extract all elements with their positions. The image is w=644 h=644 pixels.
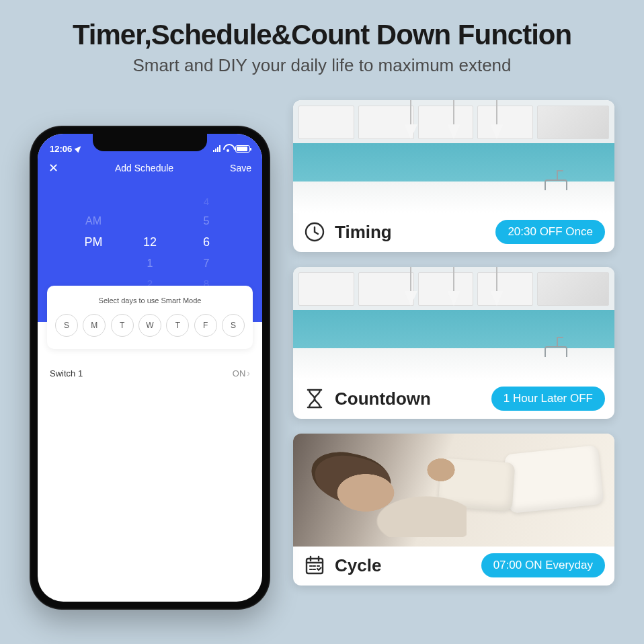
ampm-column[interactable]: AM PM (79, 196, 108, 289)
save-button[interactable]: Save (230, 163, 251, 173)
cards-column: Timing 20:30 OFF Once (293, 100, 614, 586)
phone-screen: 12:06 ✕ Add Schedule Save (38, 134, 262, 602)
days-row: S M T W T F S (55, 314, 245, 337)
picker-hour[interactable]: 12 (143, 235, 157, 249)
nav-title: Add Schedule (115, 163, 173, 173)
status-time: 12:06 (50, 144, 72, 154)
hourglass-icon (303, 388, 327, 409)
day-tue[interactable]: T (111, 314, 134, 337)
days-title: Select days to use Smart Mode (55, 296, 245, 305)
day-mon[interactable]: M (83, 314, 106, 337)
content-row: 12:06 ✕ Add Schedule Save (0, 76, 644, 610)
countdown-image (293, 267, 614, 380)
picker-min-prev[interactable]: 5 (204, 215, 210, 227)
picker-minute[interactable]: 6 (203, 235, 210, 249)
day-wed[interactable]: W (138, 314, 161, 337)
cycle-image (293, 434, 614, 547)
hour-column[interactable]: 12 1 2 (135, 196, 165, 289)
phone-notch (93, 134, 207, 151)
switch-label: Switch 1 (50, 368, 83, 378)
countdown-pill: 1 Hour Later OFF (491, 387, 605, 411)
countdown-label: Countdown (335, 389, 431, 409)
cycle-card: Cycle 07:00 ON Everyday (293, 434, 614, 586)
switch-state: ON (233, 368, 246, 378)
signal-icon (213, 145, 220, 152)
time-picker[interactable]: AM PM 12 1 2 4 5 (38, 179, 262, 289)
minute-column[interactable]: 4 5 6 7 8 (192, 196, 221, 289)
wifi-icon (223, 145, 233, 152)
cycle-label: Cycle (335, 555, 381, 576)
picker-min-prev2[interactable]: 4 (204, 196, 209, 207)
location-icon (75, 145, 83, 153)
chevron-right-icon: › (247, 368, 250, 378)
day-fri[interactable]: F (194, 314, 217, 337)
day-sun[interactable]: S (55, 314, 78, 337)
countdown-card: Countdown 1 Hour Later OFF (293, 267, 614, 419)
timing-label: Timing (335, 222, 392, 243)
close-button[interactable]: ✕ (48, 161, 58, 175)
page-title: Timer,Schedule&Count Down Function (0, 19, 644, 51)
calendar-icon (303, 555, 327, 576)
clock-icon (303, 221, 327, 243)
picker-hour-next[interactable]: 1 (147, 257, 153, 270)
timing-card: Timing 20:30 OFF Once (293, 100, 614, 252)
battery-icon (235, 145, 250, 153)
phone-frame: 12:06 ✕ Add Schedule Save (30, 126, 270, 610)
picker-pm[interactable]: PM (85, 235, 103, 249)
timing-pill: 20:30 OFF Once (495, 220, 605, 244)
day-thu[interactable]: T (166, 314, 189, 337)
page-subtitle: Smart and DIY your daily life to maximum… (0, 55, 644, 76)
timing-image (293, 100, 614, 213)
days-card: Select days to use Smart Mode S M T W T … (47, 286, 253, 349)
picker-am[interactable]: AM (85, 215, 102, 227)
picker-min-next[interactable]: 7 (204, 257, 210, 270)
cycle-pill: 07:00 ON Everyday (481, 553, 605, 577)
switch-row[interactable]: Switch 1 ON › (47, 364, 253, 383)
nav-bar: ✕ Add Schedule Save (38, 157, 262, 179)
day-sat[interactable]: S (222, 314, 245, 337)
header: Timer,Schedule&Count Down Function Smart… (0, 0, 644, 76)
